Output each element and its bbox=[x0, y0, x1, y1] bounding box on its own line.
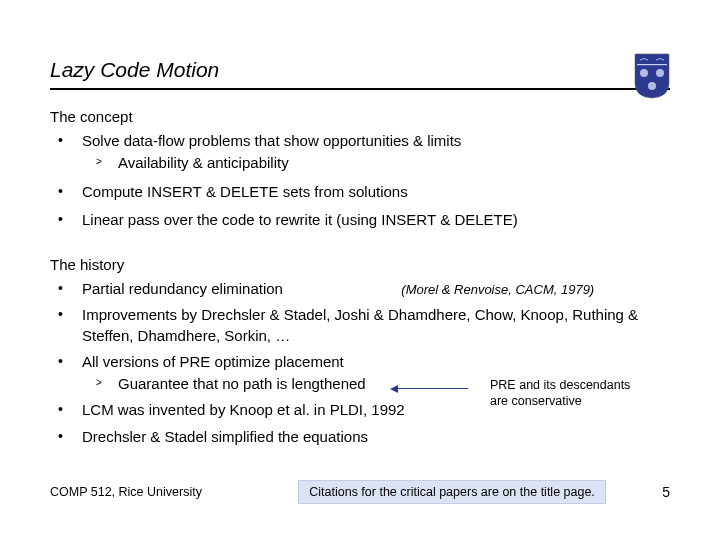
arrow-head-icon bbox=[390, 385, 398, 393]
list-item: Compute INSERT & DELETE sets from soluti… bbox=[50, 182, 670, 202]
annotation-note: PRE and its descendants are conservative bbox=[490, 378, 690, 409]
list-text: Solve data-flow problems that show oppor… bbox=[82, 132, 461, 149]
list-item: Improvements by Drechsler & Stadel, Josh… bbox=[50, 305, 670, 346]
footer-citation-box: Citations for the critical papers are on… bbox=[298, 480, 606, 504]
list-text: Compute INSERT & DELETE sets from soluti… bbox=[82, 183, 408, 200]
concept-list: Solve data-flow problems that show oppor… bbox=[50, 131, 670, 230]
slide-footer: COMP 512, Rice University Citations for … bbox=[50, 480, 670, 504]
note-line: PRE and its descendants bbox=[490, 378, 630, 392]
svg-point-4 bbox=[648, 82, 656, 90]
list-item: Drechsler & Stadel simplified the equati… bbox=[50, 427, 670, 447]
note-line: are conservative bbox=[490, 394, 582, 408]
footer-course: COMP 512, Rice University bbox=[50, 485, 202, 499]
list-item: Linear pass over the code to rewrite it … bbox=[50, 210, 670, 230]
list-text: Linear pass over the code to rewrite it … bbox=[82, 211, 518, 228]
arrow-line-icon bbox=[398, 388, 468, 389]
sublist: Availability & anticipability bbox=[82, 153, 670, 173]
university-shield-logo bbox=[634, 53, 670, 99]
shield-icon bbox=[634, 53, 670, 99]
list-text: All versions of PRE optimize placement bbox=[82, 353, 344, 370]
list-text: Partial redundancy elimination bbox=[82, 280, 283, 297]
citation: (Morel & Renvoise, CACM, 1979) bbox=[401, 282, 594, 297]
slide-title: Lazy Code Motion bbox=[50, 58, 219, 82]
svg-rect-1 bbox=[637, 64, 667, 65]
svg-point-2 bbox=[640, 69, 648, 77]
section-label-history: The history bbox=[50, 256, 670, 273]
section-label-concept: The concept bbox=[50, 108, 670, 125]
sublist-item: Availability & anticipability bbox=[94, 153, 670, 173]
annotation-arrow bbox=[398, 388, 468, 389]
list-item: Partial redundancy elimination (Morel & … bbox=[50, 279, 670, 299]
svg-point-3 bbox=[656, 69, 664, 77]
list-item: Solve data-flow problems that show oppor… bbox=[50, 131, 670, 174]
svg-rect-0 bbox=[637, 56, 667, 64]
history-list: Partial redundancy elimination (Morel & … bbox=[50, 279, 670, 447]
slide-header: Lazy Code Motion bbox=[50, 58, 670, 90]
page-number: 5 bbox=[662, 484, 670, 500]
